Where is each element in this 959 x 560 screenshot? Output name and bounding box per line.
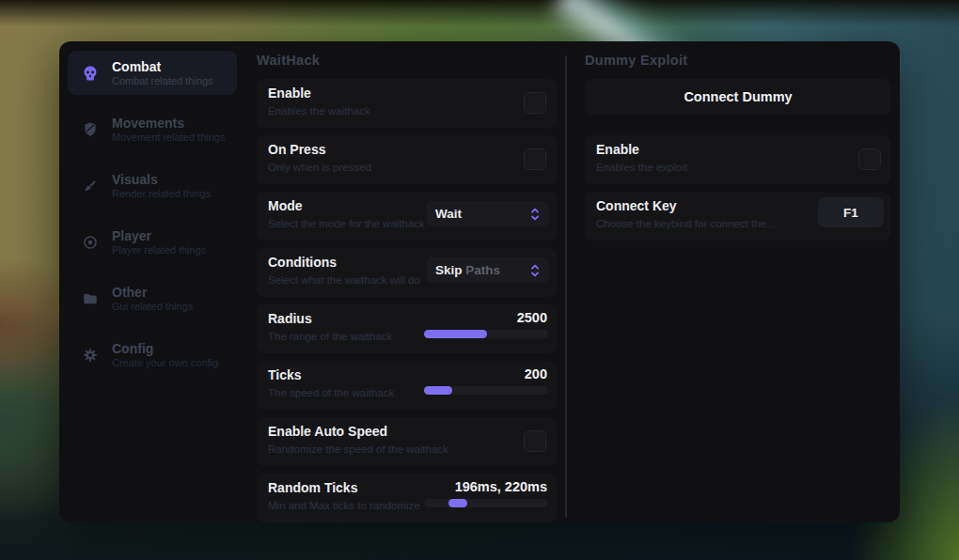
- setting-title: On Press: [268, 142, 325, 157]
- setting-desc: Only when is pressed: [268, 162, 371, 173]
- target-icon: [82, 234, 99, 251]
- auto-speed-checkbox[interactable]: [524, 430, 546, 452]
- setting-row-enable: Enable Enables the waithack: [257, 79, 557, 128]
- random-ticks-range-slider[interactable]: [424, 499, 548, 507]
- setting-desc: Enables the waithack: [268, 105, 370, 117]
- sidebar-item-desc: Movement related things: [112, 132, 225, 144]
- setting-row-auto-speed: Enable Auto Speed Randomize the speed of…: [257, 417, 557, 466]
- sidebar-item-other[interactable]: Other Gui related things: [68, 276, 237, 320]
- slider-value: 196ms, 220ms: [455, 479, 547, 494]
- setting-row-mode: Mode Select the mode for the waithack Wa…: [257, 192, 557, 241]
- enable-checkbox[interactable]: [524, 92, 546, 114]
- setting-row-on-press: On Press Only when is pressed: [257, 135, 557, 184]
- keybind-value: F1: [843, 206, 858, 220]
- slider-fill[interactable]: [424, 386, 452, 395]
- setting-row-connect-key: Connect Key Choose the keybind for conne…: [585, 192, 891, 241]
- connect-dummy-label: Connect Dummy: [684, 89, 792, 104]
- setting-row-random-ticks: Random Ticks Min and Max ticks to random…: [257, 474, 557, 522]
- sidebar-item-desc: Render related things: [112, 188, 211, 200]
- dropdown-value: Skip: [435, 263, 463, 277]
- setting-title: Enable: [596, 142, 639, 157]
- radius-slider[interactable]: [424, 330, 548, 338]
- setting-title: Enable Auto Speed: [268, 424, 387, 439]
- setting-desc: Select what the waithack will do: [268, 274, 420, 286]
- slider-value: 200: [525, 366, 547, 381]
- skull-icon: [82, 65, 99, 82]
- gear-icon: [82, 347, 99, 364]
- dummy-enable-checkbox[interactable]: [858, 148, 881, 170]
- column-divider: [565, 55, 567, 518]
- setting-title: Connect Key: [596, 198, 677, 213]
- connect-keybind-button[interactable]: F1: [818, 197, 884, 227]
- setting-title: Ticks: [268, 367, 302, 382]
- brush-icon: [82, 178, 99, 194]
- connect-dummy-button[interactable]: Connect Dummy: [585, 79, 891, 115]
- sidebar-item-label: Config: [112, 341, 218, 357]
- setting-desc: Choose the keybind for connect the...: [596, 218, 776, 229]
- cheat-menu-panel: Combat Combat related things Movements M…: [59, 41, 900, 522]
- setting-title: Enable: [268, 86, 311, 101]
- range-fill[interactable]: [448, 499, 467, 507]
- waithack-section: WaitHack Enable Enables the waithack On …: [257, 41, 557, 522]
- sidebar-item-desc: Player related things: [112, 244, 206, 257]
- section-title-waithack: WaitHack: [257, 53, 320, 68]
- sidebar-item-config[interactable]: Config Create your own config: [68, 333, 237, 377]
- sidebar-item-label: Other: [112, 285, 193, 301]
- setting-title: Conditions: [268, 255, 337, 270]
- sidebar-item-label: Visuals: [112, 172, 211, 188]
- setting-desc: Select the mode for the waithack: [268, 218, 425, 229]
- sidebar-item-label: Combat: [112, 59, 213, 75]
- setting-title: Mode: [268, 198, 303, 213]
- sidebar-item-combat[interactable]: Combat Combat related things: [68, 51, 237, 95]
- sidebar-item-visuals[interactable]: Visuals Render related things: [68, 163, 237, 208]
- setting-row-radius: Radius The range of the waithack 2500: [257, 304, 557, 353]
- setting-title: Radius: [268, 311, 312, 326]
- sidebar-item-movements[interactable]: Movements Movement related things: [68, 107, 237, 151]
- sidebar-item-desc: Combat related things: [112, 75, 213, 87]
- chevron-up-down-icon: [530, 263, 540, 278]
- setting-desc: The range of the waithack: [268, 331, 392, 342]
- section-title-dummy-exploit: Dummy Exploit: [585, 53, 687, 68]
- setting-row-conditions: Conditions Select what the waithack will…: [257, 248, 557, 297]
- dropdown-value-muted: Paths: [463, 263, 501, 277]
- setting-desc: The speed of the waithack: [268, 387, 394, 398]
- sidebar-item-desc: Gui related things: [112, 301, 193, 313]
- slider-fill[interactable]: [424, 330, 487, 338]
- setting-title: Random Ticks: [268, 480, 357, 495]
- dropdown-value: Wait: [435, 207, 462, 221]
- sidebar-item-player[interactable]: Player Player related things: [68, 220, 237, 264]
- shield-icon: [82, 121, 99, 138]
- sidebar: Combat Combat related things Movements M…: [68, 51, 237, 389]
- on-press-checkbox[interactable]: [524, 148, 546, 170]
- conditions-dropdown[interactable]: Skip Paths: [426, 257, 549, 283]
- sidebar-item-label: Player: [112, 228, 206, 244]
- folder-icon: [82, 290, 99, 307]
- setting-desc: Enables the exploit: [596, 162, 687, 173]
- setting-desc: Randomize the speed of the waithack: [268, 443, 448, 455]
- sidebar-item-desc: Create your own config: [112, 357, 218, 369]
- dummy-exploit-section: Dummy Exploit Connect Dummy Enable Enabl…: [585, 41, 891, 522]
- chevron-up-down-icon: [530, 207, 540, 222]
- setting-row-dummy-enable: Enable Enables the exploit: [585, 135, 891, 184]
- mode-dropdown[interactable]: Wait: [426, 201, 549, 226]
- setting-desc: Min and Max ticks to randomize: [268, 500, 420, 511]
- setting-row-ticks: Ticks The speed of the waithack 200: [257, 361, 557, 410]
- ticks-slider[interactable]: [424, 386, 548, 395]
- slider-value: 2500: [517, 310, 547, 325]
- sidebar-item-label: Movements: [112, 116, 225, 132]
